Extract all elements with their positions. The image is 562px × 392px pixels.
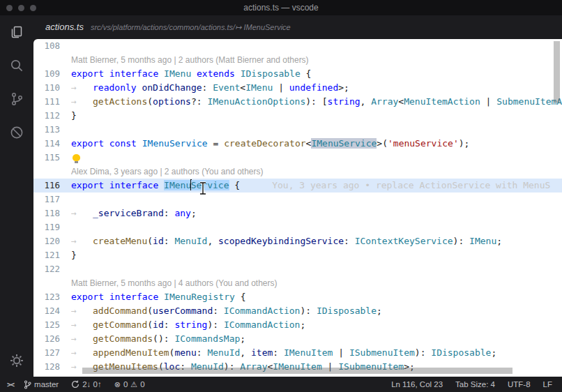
line-number[interactable]: 110	[33, 81, 71, 95]
code-content: }	[71, 248, 562, 262]
window-title: actions.ts — vscode	[0, 3, 562, 13]
code-content	[71, 151, 562, 165]
line-number[interactable]: 121	[33, 248, 71, 262]
source-control-button[interactable]	[0, 82, 33, 116]
encoding-setting[interactable]: UTF-8	[508, 380, 531, 389]
blame-row[interactable]: Alex Dima, 3 years ago | 2 authors (You …	[33, 165, 562, 179]
code-row[interactable]: 108	[33, 39, 562, 53]
line-number[interactable]: 116	[33, 179, 71, 193]
error-count: 0	[123, 380, 128, 389]
code-row[interactable]: 110→readonly onDidChange: Event<IMenu | …	[33, 81, 562, 95]
blame-row[interactable]: Matt Bierner, 5 months ago | 4 authors (…	[33, 276, 562, 290]
code-row[interactable]: 127→appendMenuItem(menu: MenuId, item: I…	[33, 346, 562, 360]
line-number[interactable]: 124	[33, 304, 71, 318]
close-button[interactable]	[6, 5, 13, 11]
breadcrumb[interactable]: src/vs/platform/actions/common/actions.t…	[91, 23, 291, 32]
line-number	[33, 165, 71, 179]
code-editor[interactable]: 108Matt Bierner, 5 months ago | 2 author…	[33, 39, 562, 377]
eol-setting[interactable]: LF	[543, 380, 552, 389]
warning-count: 0	[140, 380, 144, 389]
horizontal-scrollbar[interactable]	[82, 368, 512, 374]
code-content: →readonly onDidChange: Event<IMenu | und…	[71, 81, 562, 95]
minimize-button[interactable]	[18, 5, 24, 11]
code-content: →appendMenuItem(menu: MenuId, item: IMen…	[71, 346, 562, 360]
code-row[interactable]: 113	[33, 123, 562, 137]
blame-row[interactable]: Matt Bierner, 5 months ago | 2 authors (…	[33, 53, 562, 67]
line-number[interactable]: 109	[33, 67, 71, 81]
line-number[interactable]: 114	[33, 137, 71, 151]
circle-slash-icon	[9, 125, 24, 140]
line-number[interactable]: 111	[33, 95, 71, 109]
explorer-button[interactable]	[0, 15, 33, 49]
code-content: export interface IMenuRegistry {	[71, 290, 562, 304]
remote-indicator[interactable]: ><	[7, 381, 14, 389]
line-number[interactable]: 127	[33, 346, 71, 360]
code-content: →_serviceBrand: any;	[71, 206, 562, 220]
settings-button[interactable]	[0, 345, 33, 377]
line-number[interactable]: 123	[33, 290, 71, 304]
activity-bar	[0, 15, 33, 377]
error-icon: ⊗	[114, 381, 121, 389]
gear-icon	[9, 353, 24, 368]
sync-count: 2↓ 0↑	[82, 380, 102, 389]
code-row[interactable]: 112}	[33, 109, 562, 123]
code-row[interactable]: 111→getActions(options?: IMenuActionOpti…	[33, 95, 562, 109]
code-row[interactable]: 116export interface IMenuService {You, 3…	[33, 179, 562, 193]
code-row[interactable]: 118→_serviceBrand: any;	[33, 206, 562, 220]
code-content: →getCommands(): ICommandsMap;	[71, 332, 562, 346]
line-number[interactable]: 122	[33, 262, 71, 276]
line-number[interactable]: 128	[33, 360, 71, 374]
window-controls	[6, 0, 36, 15]
code-row[interactable]: 126→getCommands(): ICommandsMap;	[33, 332, 562, 346]
code-content	[71, 39, 562, 53]
code-row[interactable]: 109export interface IMenu extends IDispo…	[33, 67, 562, 81]
indentation-setting[interactable]: Tab Size: 4	[455, 380, 495, 389]
code-row[interactable]: 114export const IMenuService = createDec…	[33, 137, 562, 151]
code-content: →getActions(options?: IMenuActionOptions…	[71, 95, 562, 109]
titlebar: actions.ts — vscode	[0, 0, 562, 15]
vertical-scrollbar[interactable]	[554, 41, 560, 103]
line-number[interactable]: 120	[33, 234, 71, 248]
code-row[interactable]: 123export interface IMenuRegistry {	[33, 290, 562, 304]
line-number[interactable]: 117	[33, 193, 71, 206]
line-number[interactable]: 108	[33, 39, 71, 53]
line-number[interactable]: 119	[33, 220, 71, 234]
branch-icon	[24, 380, 31, 389]
sync-indicator[interactable]: 2↓ 0↑	[71, 380, 102, 389]
code-row[interactable]: 122	[33, 262, 562, 276]
problems-indicator[interactable]: ⊗ 0 ⚠ 0	[114, 380, 145, 389]
git-branch-indicator[interactable]: master	[24, 380, 59, 389]
maximize-button[interactable]	[30, 5, 36, 11]
breadcrumb-path: src/vs/platform/actions/common/actions.t…	[91, 23, 235, 31]
line-number[interactable]: 112	[33, 109, 71, 123]
line-number[interactable]: 113	[33, 123, 71, 137]
code-content: export interface IMenu extends IDisposab…	[71, 67, 562, 81]
code-row[interactable]: 119	[33, 220, 562, 234]
line-number[interactable]: 118	[33, 206, 71, 220]
cursor-position[interactable]: Ln 116, Col 23	[391, 380, 443, 389]
code-content: →addCommand(userCommand: ICommandAction)…	[71, 304, 562, 318]
debug-button[interactable]	[0, 116, 33, 149]
warning-icon: ⚠	[130, 381, 137, 389]
line-number[interactable]: 115	[33, 151, 71, 165]
code-row[interactable]: 124→addCommand(userCommand: ICommandActi…	[33, 304, 562, 318]
code-row[interactable]: 117	[33, 193, 562, 206]
line-number[interactable]: 125	[33, 318, 71, 332]
code-row[interactable]: 115	[33, 151, 562, 165]
vscode-window: actions.ts — vscode	[0, 0, 562, 392]
line-number[interactable]: 126	[33, 332, 71, 346]
search-button[interactable]	[0, 49, 33, 82]
mouse-cursor-ibeam	[199, 181, 207, 195]
code-row[interactable]: 120→createMenu(id: MenuId, scopedKeybind…	[33, 234, 562, 248]
code-row[interactable]: 121}	[33, 248, 562, 262]
files-icon	[9, 24, 24, 40]
line-number	[33, 276, 71, 290]
tab-filename[interactable]: actions.ts	[45, 22, 84, 32]
code-content	[71, 220, 562, 234]
status-bar: >< master 2↓ 0↑ ⊗ 0 ⚠ 0 Ln 116, Col 23 T…	[0, 377, 562, 392]
code-row[interactable]: 125→getCommand(id: string): ICommandActi…	[33, 318, 562, 332]
blame-annotation: Matt Bierner, 5 months ago | 2 authors (…	[71, 53, 562, 67]
code-content	[71, 262, 562, 276]
lightbulb-icon[interactable]	[73, 154, 80, 161]
code-content: }	[71, 109, 562, 123]
